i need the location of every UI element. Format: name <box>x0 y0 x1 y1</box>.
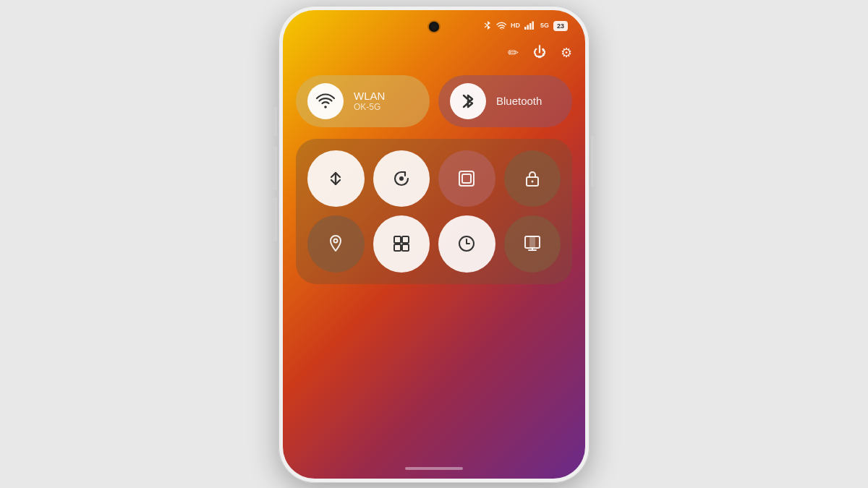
cast-button[interactable] <box>504 215 561 273</box>
svg-rect-19 <box>402 244 409 251</box>
power-menu-button[interactable]: ⏻ <box>533 45 546 60</box>
svg-rect-22 <box>529 236 535 248</box>
svg-rect-17 <box>402 236 409 243</box>
camera-notch <box>429 22 439 32</box>
svg-line-0 <box>485 23 488 25</box>
svg-rect-18 <box>394 244 401 251</box>
svg-rect-4 <box>527 25 529 30</box>
screen-record-button[interactable] <box>438 150 495 207</box>
svg-point-2 <box>501 29 503 30</box>
svg-rect-16 <box>394 236 401 243</box>
power-button[interactable] <box>591 136 595 187</box>
wlan-sublabel: OK-5G <box>354 102 385 112</box>
svg-point-15 <box>334 239 338 243</box>
bluetooth-toggle[interactable]: Bluetooth <box>438 75 572 127</box>
signal-icon <box>524 21 536 31</box>
bluetooth-label: Bluetooth <box>496 95 542 107</box>
bluetooth-text: Bluetooth <box>496 95 542 107</box>
rotate-toggle-button[interactable] <box>373 150 430 207</box>
toggle-pills-row: WLAN OK-5G Bluetooth <box>296 75 572 127</box>
quick-settings-panel: ✏ ⏻ ⚙ WLAN <box>283 10 585 479</box>
battery-badge: 23 <box>553 21 568 31</box>
volume-silent-button[interactable] <box>273 107 277 136</box>
svg-line-1 <box>485 25 488 27</box>
svg-point-10 <box>399 176 404 181</box>
wlan-icon-circle <box>307 83 344 119</box>
svg-rect-12 <box>462 174 471 183</box>
svg-point-14 <box>531 180 533 182</box>
svg-rect-3 <box>524 27 527 30</box>
lock-button[interactable] <box>504 150 561 207</box>
data-toggle-button[interactable] <box>307 150 365 207</box>
location-button[interactable] <box>307 215 365 273</box>
grid-container <box>296 139 572 284</box>
status-bar: HD 5G 23 <box>483 20 568 32</box>
wlan-label: WLAN <box>354 90 385 102</box>
phone-screen: HD 5G 23 ✏ ⏻ ⚙ <box>283 10 585 479</box>
quick-toggle-grid <box>307 150 561 273</box>
settings-button[interactable]: ⚙ <box>561 45 572 61</box>
hd-icon: HD <box>511 22 520 29</box>
recent-apps-button[interactable] <box>438 215 495 273</box>
volume-down-button[interactable] <box>273 197 277 241</box>
svg-point-7 <box>324 106 327 108</box>
bluetooth-icon-circle <box>450 83 486 119</box>
spatial-sound-button[interactable] <box>373 215 430 273</box>
wlan-text: WLAN OK-5G <box>354 90 385 112</box>
home-indicator[interactable] <box>405 467 463 470</box>
phone-frame: HD 5G 23 ✏ ⏻ ⚙ <box>278 6 590 483</box>
network-label: 5G <box>540 22 549 29</box>
wlan-toggle[interactable]: WLAN OK-5G <box>296 75 430 127</box>
edit-button[interactable]: ✏ <box>508 45 519 61</box>
wifi-status-icon <box>496 21 506 31</box>
svg-rect-5 <box>529 23 532 30</box>
bluetooth-status-icon <box>483 20 492 32</box>
top-actions-bar: ✏ ⏻ ⚙ <box>296 45 572 61</box>
svg-rect-6 <box>532 21 534 30</box>
volume-up-button[interactable] <box>273 147 277 190</box>
